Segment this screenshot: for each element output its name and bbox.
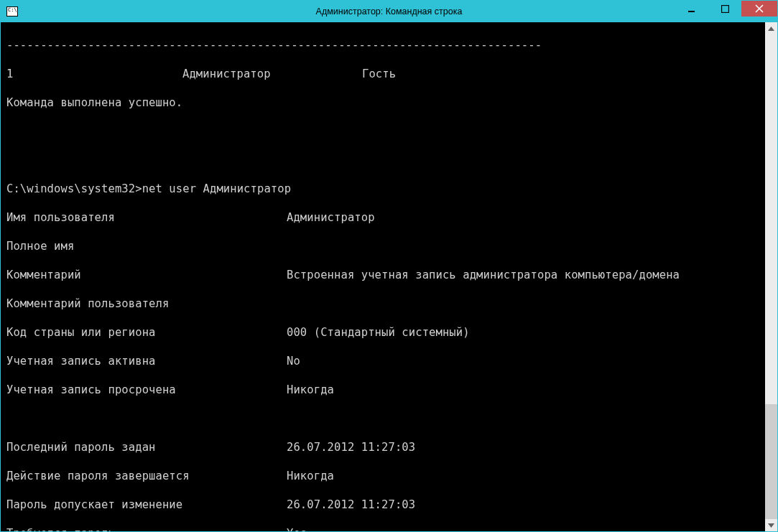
info-key: Учетная запись просрочена <box>6 383 287 397</box>
command-line: C:\windows\system32>net user Администрат… <box>6 182 759 196</box>
user-col-2: Администратор <box>182 67 362 81</box>
info-row: Пароль допускает изменение26.07.2012 11:… <box>6 498 759 512</box>
info-row: Действие пароля завершаетсяНикогда <box>6 469 759 483</box>
info-key: Учетная запись активна <box>6 354 287 368</box>
info-val <box>287 297 759 311</box>
close-button[interactable] <box>741 1 777 17</box>
user-col-3: Гость <box>362 67 396 81</box>
window-controls <box>675 1 777 17</box>
scroll-down-button[interactable] <box>765 519 777 531</box>
info-row: КомментарийВстроенная учетная запись адм… <box>6 268 759 282</box>
info-key: Действие пароля завершается <box>6 469 287 483</box>
info-row: Комментарий пользователя <box>6 297 759 311</box>
divider-line: ----------------------------------------… <box>6 38 759 52</box>
minimize-button[interactable] <box>675 1 708 17</box>
window-title: Администратор: Командная строка <box>316 6 463 17</box>
info-key: Комментарий пользователя <box>6 297 287 311</box>
info-row: Учетная запись активнаNo <box>6 354 759 368</box>
user-col-1: 1 <box>6 67 182 81</box>
info-key: Код страны или региона <box>6 325 287 340</box>
info-key: Комментарий <box>6 268 287 282</box>
scroll-up-button[interactable] <box>765 22 777 34</box>
info-key: Полное имя <box>6 239 287 253</box>
scroll-thumb[interactable] <box>765 404 777 519</box>
info-key: Требуется пароль <box>6 526 287 531</box>
info-row: Код страны или региона000 (Стандартный с… <box>6 325 759 340</box>
blank-line <box>6 153 759 167</box>
info-val: Администратор <box>287 210 759 225</box>
info-row: Учетная запись просроченаНикогда <box>6 383 759 397</box>
info-row: Имя пользователяАдминистратор <box>6 210 759 225</box>
info-val: 000 (Стандартный системный) <box>287 325 759 340</box>
svg-rect-0 <box>688 11 695 12</box>
cmd-icon <box>6 6 18 17</box>
scroll-track[interactable] <box>765 34 777 519</box>
maximize-button[interactable] <box>708 1 741 17</box>
info-key: Последний пароль задан <box>6 440 287 454</box>
info-val: Никогда <box>287 383 759 397</box>
info-val <box>287 239 759 253</box>
info-val: Никогда <box>287 469 759 483</box>
blank-line <box>6 411 759 426</box>
svg-rect-1 <box>721 5 728 12</box>
info-row: Последний пароль задан26.07.2012 11:27:0… <box>6 440 759 454</box>
vertical-scrollbar[interactable] <box>765 22 777 531</box>
info-row: Требуется парольYes <box>6 526 759 531</box>
info-val: Встроенная учетная запись администратора… <box>287 268 759 282</box>
info-val: 26.07.2012 11:27:03 <box>287 440 759 454</box>
titlebar[interactable]: Администратор: Командная строка <box>1 1 777 22</box>
info-key: Имя пользователя <box>6 210 287 225</box>
blank-line <box>6 124 759 139</box>
user-list-row: 1АдминистраторГость <box>6 67 759 81</box>
prompt: C:\windows\system32> <box>6 182 142 195</box>
success-line: Команда выполнена успешно. <box>6 95 759 110</box>
info-key: Пароль допускает изменение <box>6 498 287 512</box>
console-area: ----------------------------------------… <box>1 22 777 531</box>
info-val: 26.07.2012 11:27:03 <box>287 498 759 512</box>
info-val: Yes <box>287 526 759 531</box>
info-val: No <box>287 354 759 368</box>
info-row: Полное имя <box>6 239 759 253</box>
command-text: net user Администратор <box>142 182 292 195</box>
console-output[interactable]: ----------------------------------------… <box>1 22 765 531</box>
cmd-window: Администратор: Командная строка --------… <box>0 0 778 532</box>
